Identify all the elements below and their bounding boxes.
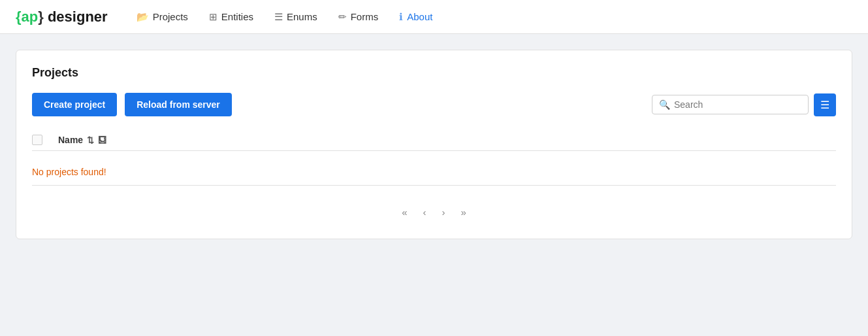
page-title: Projects: [32, 66, 836, 80]
nav-projects-label: Projects: [153, 11, 188, 22]
header-checkbox-cell: [32, 135, 53, 145]
navbar: {ap} designer 📂 Projects ⊞ Entities ☰ En…: [0, 0, 868, 34]
brand-designer: designer: [44, 8, 108, 25]
filter-icon[interactable]: ⛾: [98, 135, 106, 145]
empty-message: No projects found!: [32, 167, 106, 177]
name-col-label: Name: [58, 135, 83, 145]
nav-enums[interactable]: ☰ Enums: [266, 7, 325, 27]
create-project-button[interactable]: Create project: [32, 93, 117, 116]
header-checkbox[interactable]: [32, 135, 42, 145]
search-input[interactable]: [674, 99, 801, 110]
search-wrapper: 🔍: [652, 95, 809, 114]
main-content: Projects Create project Reload from serv…: [0, 34, 868, 255]
toolbar-left: Create project Reload from server: [32, 93, 232, 116]
about-icon: ℹ: [399, 11, 403, 23]
nav-forms-label: Forms: [351, 11, 379, 22]
menu-button[interactable]: ☰: [814, 93, 836, 116]
nav-enums-label: Enums: [287, 11, 317, 22]
last-page-button[interactable]: »: [456, 204, 472, 220]
nav-about[interactable]: ℹ About: [391, 7, 440, 27]
enums-icon: ☰: [274, 11, 283, 23]
brand-bracket-open: {: [16, 8, 22, 25]
folder-icon: 📂: [137, 11, 149, 23]
brand-bracket-close: }: [38, 8, 44, 25]
prev-page-button[interactable]: ‹: [418, 204, 432, 220]
next-page-button[interactable]: ›: [437, 204, 451, 220]
forms-icon: ✏: [338, 11, 347, 23]
search-icon: 🔍: [659, 99, 670, 110]
sort-icon[interactable]: ⇅: [87, 135, 94, 145]
pagination: « ‹ › »: [32, 199, 836, 223]
table-header: Name ⇅ ⛾: [32, 129, 836, 151]
empty-state: No projects found!: [32, 151, 836, 186]
brand-logo[interactable]: {ap} designer: [16, 8, 108, 25]
projects-card: Projects Create project Reload from serv…: [16, 50, 852, 239]
first-page-button[interactable]: «: [396, 204, 412, 220]
brand-ap: ap: [22, 8, 39, 25]
nav-entities-label: Entities: [221, 11, 253, 22]
reload-button[interactable]: Reload from server: [125, 93, 232, 116]
entities-icon: ⊞: [209, 11, 217, 23]
nav-forms[interactable]: ✏ Forms: [330, 7, 387, 27]
toolbar: Create project Reload from server 🔍 ☰: [32, 93, 836, 116]
nav-projects[interactable]: 📂 Projects: [129, 7, 196, 27]
hamburger-icon: ☰: [820, 99, 829, 111]
toolbar-right: 🔍 ☰: [652, 93, 836, 116]
nav-entities[interactable]: ⊞ Entities: [201, 7, 261, 27]
nav-about-label: About: [407, 11, 432, 22]
name-column-header: Name ⇅ ⛾: [58, 135, 106, 145]
